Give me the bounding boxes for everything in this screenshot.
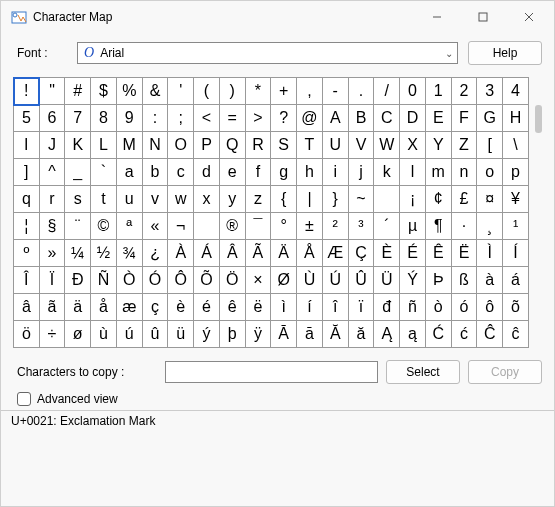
character-grid[interactable]: !"#$%&'()*+,-./0123456789:;<=>?@ABCDEFGH… — [13, 77, 529, 348]
char-cell[interactable]: U — [322, 132, 348, 159]
char-cell[interactable]: C — [374, 105, 400, 132]
char-cell[interactable]: á — [503, 267, 529, 294]
char-cell[interactable]: í — [297, 294, 323, 321]
char-cell[interactable]: ą — [400, 321, 426, 348]
char-cell[interactable]: ø — [65, 321, 91, 348]
char-cell[interactable]: B — [348, 105, 374, 132]
char-cell[interactable]: ä — [65, 294, 91, 321]
char-cell[interactable]: Y — [425, 132, 451, 159]
char-cell[interactable]: j — [348, 159, 374, 186]
char-cell[interactable]: r — [39, 186, 65, 213]
char-cell[interactable]: ñ — [400, 294, 426, 321]
char-cell[interactable]: - — [322, 78, 348, 105]
char-cell[interactable]: N — [142, 132, 168, 159]
char-cell[interactable]: X — [400, 132, 426, 159]
char-cell[interactable]: ă — [348, 321, 374, 348]
char-cell[interactable]: ± — [297, 213, 323, 240]
char-cell[interactable]: ³ — [348, 213, 374, 240]
char-cell[interactable]: ­ — [194, 213, 220, 240]
char-cell[interactable]: » — [39, 240, 65, 267]
char-cell[interactable]: z — [245, 186, 271, 213]
char-cell[interactable]: ¬ — [168, 213, 194, 240]
char-cell[interactable]: æ — [116, 294, 142, 321]
char-cell[interactable]: ¦ — [14, 213, 40, 240]
char-cell[interactable]: b — [142, 159, 168, 186]
char-cell[interactable]: Ô — [168, 267, 194, 294]
char-cell[interactable]: Ò — [116, 267, 142, 294]
char-cell[interactable]: & — [142, 78, 168, 105]
scrollbar-thumb[interactable] — [535, 105, 542, 133]
char-cell[interactable]: § — [39, 213, 65, 240]
char-cell[interactable]: p — [503, 159, 529, 186]
char-cell[interactable]: | — [297, 186, 323, 213]
char-cell[interactable]: f — [245, 159, 271, 186]
char-cell[interactable]: ¤ — [477, 186, 503, 213]
char-cell[interactable]: ¼ — [65, 240, 91, 267]
char-cell[interactable]: Ø — [271, 267, 297, 294]
char-cell[interactable]: W — [374, 132, 400, 159]
char-cell[interactable]: n — [451, 159, 477, 186]
char-cell[interactable]: ` — [91, 159, 117, 186]
char-cell[interactable]: [ — [477, 132, 503, 159]
char-cell[interactable]: ¿ — [142, 240, 168, 267]
char-cell[interactable]: ü — [168, 321, 194, 348]
char-cell[interactable]: ; — [168, 105, 194, 132]
char-cell[interactable]: ¾ — [116, 240, 142, 267]
char-cell[interactable]: s — [65, 186, 91, 213]
char-cell[interactable]: Ê — [425, 240, 451, 267]
char-cell[interactable]: 3 — [477, 78, 503, 105]
char-cell[interactable]: K — [65, 132, 91, 159]
char-cell[interactable] — [374, 186, 400, 213]
char-cell[interactable]: Â — [219, 240, 245, 267]
char-cell[interactable]: . — [348, 78, 374, 105]
char-cell[interactable]: Ä — [271, 240, 297, 267]
char-cell[interactable]: ? — [271, 105, 297, 132]
char-cell[interactable]: £ — [451, 186, 477, 213]
char-cell[interactable]: % — [116, 78, 142, 105]
char-cell[interactable]: + — [271, 78, 297, 105]
char-cell[interactable]: Å — [297, 240, 323, 267]
char-cell[interactable]: ! — [14, 78, 40, 105]
char-cell[interactable]: Ö — [219, 267, 245, 294]
char-cell[interactable]: { — [271, 186, 297, 213]
char-cell[interactable]: Ï — [39, 267, 65, 294]
char-cell[interactable]: Û — [348, 267, 374, 294]
char-cell[interactable]: # — [65, 78, 91, 105]
char-cell[interactable]: µ — [400, 213, 426, 240]
char-cell[interactable]: Í — [503, 240, 529, 267]
char-cell[interactable]: 7 — [65, 105, 91, 132]
char-cell[interactable]: 1 — [425, 78, 451, 105]
help-button[interactable]: Help — [468, 41, 542, 65]
char-cell[interactable]: Õ — [194, 267, 220, 294]
char-cell[interactable]: w — [168, 186, 194, 213]
char-cell[interactable]: ¢ — [425, 186, 451, 213]
char-cell[interactable]: Ù — [297, 267, 323, 294]
char-cell[interactable]: ÿ — [245, 321, 271, 348]
char-cell[interactable]: V — [348, 132, 374, 159]
char-cell[interactable]: c — [168, 159, 194, 186]
char-cell[interactable]: ö — [14, 321, 40, 348]
char-cell[interactable]: M — [116, 132, 142, 159]
char-cell[interactable]: 8 — [91, 105, 117, 132]
char-cell[interactable]: u — [116, 186, 142, 213]
char-cell[interactable]: â — [14, 294, 40, 321]
char-cell[interactable]: ¶ — [425, 213, 451, 240]
char-cell[interactable]: ´ — [374, 213, 400, 240]
char-cell[interactable]: Þ — [425, 267, 451, 294]
char-cell[interactable]: ì — [271, 294, 297, 321]
char-cell[interactable]: å — [91, 294, 117, 321]
char-cell[interactable]: Z — [451, 132, 477, 159]
char-cell[interactable]: 6 — [39, 105, 65, 132]
char-cell[interactable]: , — [297, 78, 323, 105]
char-cell[interactable]: ® — [219, 213, 245, 240]
char-cell[interactable]: ¯ — [245, 213, 271, 240]
char-cell[interactable]: 5 — [14, 105, 40, 132]
char-cell[interactable]: ( — [194, 78, 220, 105]
char-cell[interactable]: I — [14, 132, 40, 159]
char-cell[interactable]: * — [245, 78, 271, 105]
char-cell[interactable]: / — [374, 78, 400, 105]
char-cell[interactable]: é — [194, 294, 220, 321]
char-cell[interactable]: R — [245, 132, 271, 159]
char-cell[interactable]: e — [219, 159, 245, 186]
char-cell[interactable]: Á — [194, 240, 220, 267]
